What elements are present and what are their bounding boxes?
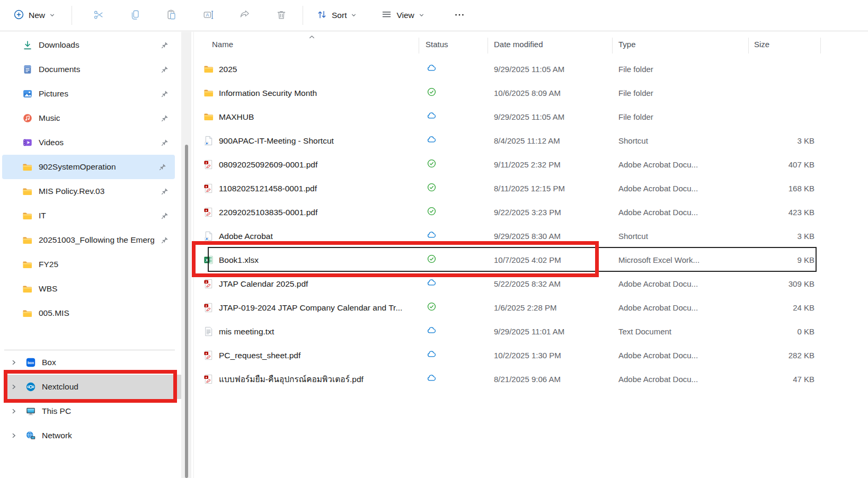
file-row-08092025092609-0001-pdf[interactable]: 08092025092609-0001.pdf9/11/2025 2:32 PM… — [195, 153, 821, 176]
file-name: 2025 — [219, 65, 237, 74]
sidebar-item-label: Documents — [39, 65, 80, 74]
sidebar-item-nextcloud[interactable]: Nextcloud — [6, 375, 182, 399]
pdf-icon — [203, 207, 214, 218]
file-type: Text Document — [612, 327, 748, 336]
paste-icon — [166, 9, 178, 22]
sidebar-item-music[interactable]: Music — [4, 106, 175, 130]
file-row-11082025121458-0001-pdf[interactable]: 11082025121458-0001.pdf8/11/2025 12:15 P… — [195, 176, 821, 200]
column-resize-handle[interactable] — [820, 38, 821, 54]
sidebar-item-label: 20251003_Following the Emerg — [39, 235, 154, 245]
column-header-status[interactable]: Status — [426, 40, 448, 49]
file-date-modified: 10/6/2025 8:09 AM — [488, 88, 612, 98]
see-more-button[interactable] — [447, 5, 472, 26]
file-row-information-security-month[interactable]: Information Security Month10/6/2025 8:09… — [195, 81, 821, 105]
sidebar-item-label: IT — [39, 211, 46, 220]
sidebar-item-label: FY25 — [39, 260, 58, 269]
pin-icon — [159, 163, 166, 173]
cut-button[interactable] — [80, 5, 117, 26]
chevron-right-icon[interactable] — [11, 432, 17, 439]
file-size: 24 KB — [748, 303, 821, 312]
sidebar-scrollbar-thumb[interactable] — [185, 145, 188, 478]
file-row-2025[interactable]: 20259/29/2025 11:05 AMFile folder — [195, 57, 821, 81]
file-date-modified: 5/22/2025 8:32 AM — [488, 279, 612, 288]
sidebar-item-videos[interactable]: Videos — [4, 130, 175, 155]
delete-button[interactable] — [263, 5, 299, 26]
file-row-22092025103835-0001-pdf[interactable]: 22092025103835-0001.pdf9/22/2025 3:23 PM… — [195, 200, 821, 224]
file-row-maxhub[interactable]: MAXHUB9/29/2025 11:05 AMFile folder — [195, 105, 821, 129]
sidebar-item-label: 902SystemOperation — [39, 162, 116, 172]
file-row-jtap-calendar-2025-pdf[interactable]: JTAP Calendar 2025.pdf5/22/2025 8:32 AMA… — [195, 272, 821, 296]
column-resize-handle[interactable] — [612, 38, 613, 54]
sidebar-item-label: Pictures — [39, 89, 68, 99]
paste-button[interactable] — [153, 5, 190, 26]
rename-button[interactable]: A — [190, 5, 226, 26]
sidebar-item-005-mis[interactable]: 005.MIS — [4, 301, 175, 325]
pdf-icon — [203, 160, 214, 170]
chevron-right-icon[interactable] — [11, 408, 17, 414]
delete-icon — [276, 9, 287, 22]
share-button[interactable] — [226, 5, 263, 26]
file-type: File folder — [612, 88, 748, 98]
sidebar-item-label: Box — [42, 358, 56, 367]
file-row-900apac-it-meeting-shortcut[interactable]: 900APAC-IT-Meeting - Shortcut8/4/2025 11… — [195, 129, 821, 153]
view-button[interactable]: View — [375, 5, 430, 26]
sidebar-item-pictures[interactable]: Pictures — [4, 82, 175, 106]
folder-icon — [22, 186, 33, 197]
column-header-size[interactable]: Size — [754, 40, 769, 49]
sidebar-item-this-pc[interactable]: This PC — [6, 399, 175, 423]
sidebar-item-label: Videos — [39, 138, 64, 147]
column-resize-handle[interactable] — [488, 38, 488, 54]
synced-check-icon — [427, 158, 437, 171]
sort-ascending-icon — [308, 32, 315, 41]
file-row-mis-meeting-txt[interactable]: mis meeting.txt9/29/2025 11:01 AMText Do… — [195, 320, 821, 343]
file-type: Adobe Acrobat Docu... — [612, 160, 748, 169]
sidebar-item-it[interactable]: IT — [4, 203, 175, 228]
chevron-down-icon — [49, 11, 55, 20]
file-row-jtap-019-2024-jtap-company-calendar-and-tr[interactable]: JTAP-019-2024 JTAP Company Calendar and … — [195, 296, 821, 320]
pane-divider — [193, 32, 194, 478]
sidebar-item-label: This PC — [42, 406, 71, 416]
sidebar-item-902systemoperation[interactable]: 902SystemOperation — [2, 155, 175, 179]
sidebar-scrollbar-track[interactable] — [181, 32, 191, 478]
pdf-icon — [203, 350, 214, 361]
folder-icon — [22, 235, 33, 245]
column-header-date-modified[interactable]: Date modified — [494, 40, 543, 49]
sidebar-item-wbs[interactable]: WBS — [4, 277, 175, 301]
sort-button[interactable]: Sort — [311, 5, 362, 26]
sidebar-item-label: Downloads — [39, 40, 79, 50]
file-row-book1-xlsx[interactable]: XBook1.xlsx10/7/2025 4:02 PMMicrosoft Ex… — [195, 248, 821, 272]
chevron-right-icon[interactable] — [11, 384, 17, 390]
copy-button[interactable] — [117, 5, 153, 26]
chevron-right-icon[interactable] — [11, 359, 17, 366]
box-icon: box — [25, 357, 36, 368]
file-size: 407 KB — [748, 160, 821, 169]
file-name: MAXHUB — [219, 112, 254, 122]
sidebar-item-documents[interactable]: Documents — [4, 57, 175, 82]
sidebar-item-network[interactable]: Network — [6, 423, 175, 448]
sidebar-item-downloads[interactable]: Downloads — [4, 33, 175, 57]
file-size: 282 KB — [748, 351, 821, 360]
new-button[interactable]: New — [7, 5, 61, 26]
pin-icon — [161, 41, 169, 51]
file-row-pc-request-sheet-pdf[interactable]: PC_request_sheet.pdf10/2/2025 1:30 PMAdo… — [195, 343, 821, 367]
sidebar-item-20251003-following-the-emerg[interactable]: 20251003_Following the Emerg — [4, 228, 175, 252]
sidebar-item-mis-policy-rev-03[interactable]: MIS Policy.Rev.03 — [4, 179, 175, 203]
column-header-type[interactable]: Type — [618, 40, 636, 49]
file-row-adobe-acrobat[interactable]: Adobe Acrobat9/29/2025 8:30 AMShortcut3 … — [195, 224, 821, 248]
sidebar-item-label: Network — [42, 431, 72, 440]
column-resize-handle[interactable] — [748, 38, 749, 54]
documents-icon — [22, 64, 33, 75]
pdf-icon — [203, 374, 214, 385]
cloud-icon — [427, 373, 437, 385]
view-lines-icon — [381, 9, 392, 22]
sidebar-item-box[interactable]: boxBox — [6, 350, 175, 375]
column-header-name[interactable]: Name — [212, 40, 233, 49]
file-row-แบบฟอร์มยืม-คืนอุปกรณ์คอมพิวเตอร์-pdf[interactable]: แบบฟอร์มยืม-คืนอุปกรณ์คอมพิวเตอร์.pdf8/2… — [195, 367, 821, 391]
sidebar-item-fy25[interactable]: FY25 — [4, 252, 175, 277]
shortcut-icon — [203, 136, 214, 146]
pdf-icon — [203, 183, 214, 194]
view-button-label: View — [396, 11, 414, 20]
column-resize-handle[interactable] — [419, 38, 419, 54]
file-date-modified: 8/21/2025 9:06 AM — [488, 375, 612, 384]
file-name: Information Security Month — [219, 88, 317, 98]
